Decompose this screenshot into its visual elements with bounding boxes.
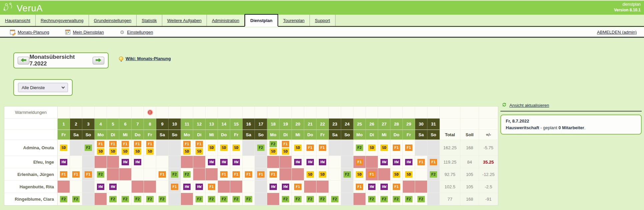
shift-cell[interactable]: F1SD [144, 140, 156, 156]
shift-cell[interactable] [403, 181, 415, 193]
shift-cell[interactable]: HW [390, 156, 403, 168]
shift-cell[interactable] [156, 140, 169, 156]
shift-cell[interactable]: F2 [82, 140, 95, 156]
shift-cell[interactable] [267, 156, 280, 168]
shift-cell[interactable]: HW [132, 156, 144, 168]
shift-cell[interactable] [415, 181, 427, 193]
tab-rechnungsverwaltung[interactable]: Rechnungsverwaltung [36, 15, 89, 26]
shift-cell[interactable]: F1 [218, 168, 230, 181]
shift-cell[interactable]: HW [292, 156, 304, 168]
next-month-button[interactable] [93, 57, 104, 64]
shift-cell[interactable] [329, 168, 341, 181]
shift-cell[interactable]: HW [107, 181, 119, 193]
shift-cell[interactable]: F1 [390, 140, 403, 156]
shift-cell[interactable]: HW [304, 156, 317, 168]
shift-cell[interactable] [304, 181, 317, 193]
shift-cell[interactable]: F2 [119, 193, 132, 205]
shift-cell[interactable]: F2 [366, 193, 378, 205]
shift-cell[interactable]: F2 [403, 193, 415, 205]
shift-cell[interactable] [280, 168, 292, 181]
tab-grundeinstellungen[interactable]: Grundeinstellungen [89, 15, 137, 26]
shift-cell[interactable]: F1 [255, 168, 267, 181]
shift-cell[interactable] [58, 181, 70, 193]
shift-cell[interactable] [292, 168, 304, 181]
toolbar-item-einstellungen[interactable]: ⚙Einstellungen [120, 30, 153, 35]
shift-cell[interactable]: F2 [107, 193, 119, 205]
shift-cell[interactable] [144, 181, 156, 193]
shift-cell[interactable]: F1 [353, 181, 366, 193]
shift-cell[interactable]: F2 [144, 193, 156, 205]
employee-name[interactable]: Efeu, Inge [4, 156, 58, 168]
shift-cell[interactable] [70, 181, 82, 193]
shift-cell[interactable]: F1SD [95, 140, 107, 156]
shift-cell[interactable]: F2 [206, 193, 218, 205]
shift-cell[interactable]: F2 [255, 140, 267, 156]
shift-cell[interactable] [243, 181, 255, 193]
shift-cell[interactable]: SD [353, 168, 366, 181]
shift-cell[interactable] [267, 193, 280, 205]
shift-cell[interactable]: HW [317, 156, 329, 168]
wiki-link[interactable]: Wiki: Monats-Planung [126, 56, 171, 61]
shift-cell[interactable]: HW [119, 156, 132, 168]
employee-name[interactable]: Erlenhain, Jürgen [4, 168, 58, 181]
shift-cell[interactable] [415, 168, 427, 181]
shift-cell[interactable] [132, 181, 144, 193]
shift-cell[interactable]: HW [218, 156, 230, 168]
shift-cell[interactable] [415, 140, 427, 156]
shift-cell[interactable]: SD [378, 140, 390, 156]
shift-cell[interactable] [82, 156, 95, 168]
shift-cell[interactable]: F2 [193, 193, 206, 205]
shift-cell[interactable]: HW [230, 156, 243, 168]
employee-name[interactable]: Admina, Onuta [4, 140, 58, 156]
tab-weitere-aufgaben[interactable]: Weitere Aufgaben [162, 15, 207, 26]
shift-cell[interactable]: F2 [243, 193, 255, 205]
shift-cell[interactable]: F1 [353, 156, 366, 168]
dienste-select[interactable]: Alle Dienste [18, 83, 68, 92]
shift-cell[interactable]: F1 [292, 181, 304, 193]
shift-cell[interactable]: F2 [341, 168, 353, 181]
shift-cell[interactable] [427, 140, 440, 156]
shift-cell[interactable]: SD [206, 140, 218, 156]
shift-cell[interactable]: F1 [390, 181, 403, 193]
shift-cell[interactable]: F2 [329, 193, 341, 205]
refresh-view-link[interactable]: Ansicht aktualisieren [509, 103, 549, 108]
shift-cell[interactable]: F1 [243, 168, 255, 181]
shift-cell[interactable] [341, 181, 353, 193]
shift-cell[interactable]: HW [181, 181, 193, 193]
shift-cell[interactable]: SD [218, 140, 230, 156]
shift-cell[interactable]: SD [58, 140, 70, 156]
shift-cell[interactable] [144, 156, 156, 168]
shift-cell[interactable] [169, 140, 181, 156]
shift-cell[interactable]: HW [193, 181, 206, 193]
shift-cell[interactable] [95, 156, 107, 168]
shift-cell[interactable] [230, 181, 243, 193]
shift-cell[interactable] [70, 140, 82, 156]
shift-cell[interactable] [82, 193, 95, 205]
shift-cell[interactable]: F2 [390, 193, 403, 205]
shift-cell[interactable] [427, 181, 440, 193]
shift-cell[interactable]: SD [366, 140, 378, 156]
shift-cell[interactable]: F1 [304, 140, 317, 156]
shift-cell[interactable] [169, 156, 181, 168]
shift-cell[interactable]: F2 [292, 193, 304, 205]
shift-cell[interactable]: F2 [415, 193, 427, 205]
tab-dienstplan[interactable]: Dienstplan [245, 14, 278, 27]
shift-cell[interactable]: F2 [317, 193, 329, 205]
shift-cell[interactable] [329, 140, 341, 156]
shift-cell[interactable] [132, 168, 144, 181]
shift-cell[interactable]: F1SD [119, 140, 132, 156]
tab-hauptansicht[interactable]: Hauptansicht [0, 15, 36, 26]
shift-cell[interactable] [156, 156, 169, 168]
shift-cell[interactable]: F1SD [193, 140, 206, 156]
shift-cell[interactable]: SD [292, 140, 304, 156]
shift-cell[interactable]: F2 [304, 193, 317, 205]
shift-cell[interactable]: F1SD [132, 140, 144, 156]
shift-cell[interactable]: HW [403, 156, 415, 168]
shift-cell[interactable]: F1SD [280, 140, 292, 156]
shift-cell[interactable]: F1 [58, 168, 70, 181]
shift-cell[interactable] [255, 181, 267, 193]
shift-cell[interactable] [95, 193, 107, 205]
shift-cell[interactable]: F1 [70, 168, 82, 181]
shift-cell[interactable]: HW [366, 181, 378, 193]
shift-cell[interactable]: F2 [156, 193, 169, 205]
